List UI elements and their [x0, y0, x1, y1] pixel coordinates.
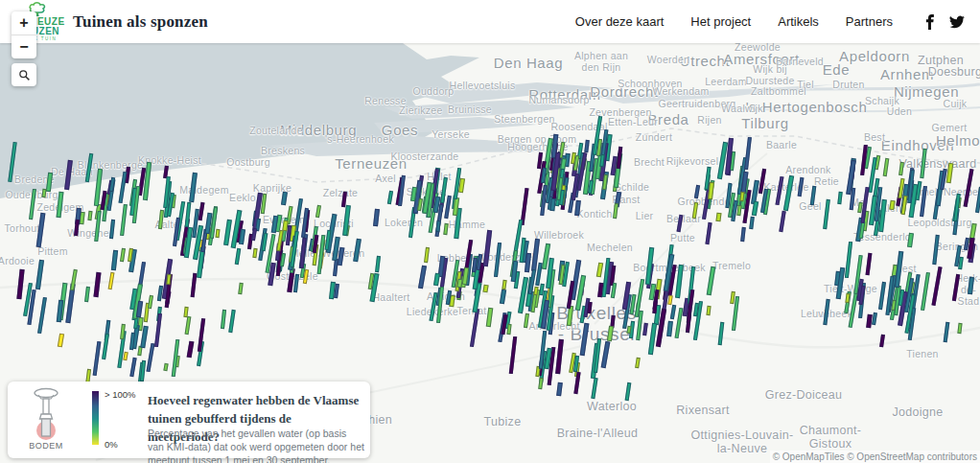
- app-window: Den HaagRotterdamUtrechtDordrechtBredaTi…: [0, 0, 980, 463]
- river-line: [671, 104, 980, 111]
- twitter-icon[interactable]: [949, 15, 965, 29]
- nav-link-artikels[interactable]: Artikels: [778, 14, 819, 29]
- legend-panel: BODEM > 100% 0% Hoeveel regenwater hebbe…: [8, 382, 370, 458]
- zoom-out-button[interactable]: −: [12, 35, 36, 58]
- data-bar[interactable]: [456, 279, 462, 289]
- page-title: Tuinen als sponzen: [73, 12, 208, 32]
- data-bar[interactable]: [715, 213, 721, 221]
- data-bar[interactable]: [506, 324, 511, 335]
- sea-shape: [0, 43, 479, 198]
- search-button[interactable]: [12, 63, 36, 86]
- zoom-in-button[interactable]: +: [12, 12, 36, 35]
- sensor-label: BODEM: [25, 441, 67, 451]
- data-bar[interactable]: [215, 229, 220, 239]
- facebook-icon[interactable]: [925, 14, 934, 30]
- legend-gradient: [92, 391, 99, 445]
- zoom-control: + −: [12, 12, 36, 58]
- legend-description: Percentage van het gevallen water (op ba…: [148, 427, 364, 463]
- social-links: [925, 14, 965, 30]
- header-bar: CURIEUZE NEUZEN IN DE TUIN Tuinen als sp…: [0, 0, 980, 43]
- nav-link-partners[interactable]: Partners: [846, 14, 893, 29]
- map-attribution[interactable]: © OpenMapTiles © OpenStreetMap contribut…: [770, 451, 980, 463]
- nav-link-over-deze-kaart[interactable]: Over deze kaart: [575, 14, 665, 29]
- data-bar[interactable]: [252, 248, 257, 258]
- river-shape: [595, 84, 834, 104]
- main-nav: Over deze kaart Het project Artikels Par…: [575, 14, 965, 30]
- soil-sensor-icon: [25, 387, 67, 441]
- river-line: [729, 84, 980, 91]
- legend-max-label: > 100%: [105, 389, 136, 400]
- nav-link-het-project[interactable]: Het project: [690, 14, 751, 29]
- legend-min-label: 0%: [105, 439, 118, 450]
- magnifier-icon: [18, 69, 31, 81]
